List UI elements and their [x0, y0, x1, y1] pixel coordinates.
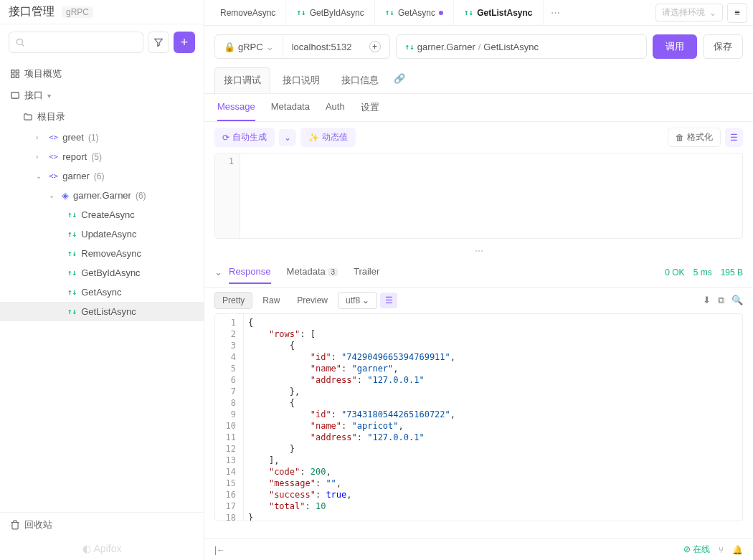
response-gutter: 123456789101112131415161718	[215, 314, 244, 521]
chevron-right-icon: ›	[36, 133, 44, 141]
search-input[interactable]	[9, 32, 143, 53]
autogen-button[interactable]: ⟳自动生成	[214, 128, 275, 147]
resp-tab-response[interactable]: Response	[229, 260, 271, 284]
unary-icon: ↑↓	[67, 268, 77, 277]
tab-label: RemoveAsync	[220, 8, 275, 18]
invoke-button[interactable]: 调用	[653, 34, 697, 59]
host-input[interactable]: localhost:5132	[292, 42, 352, 52]
subtab-label: 接口调试	[224, 75, 261, 85]
service-garner-garner[interactable]: ⌄ ◈ garner.Garner (6)	[0, 186, 204, 205]
save-label: 保存	[714, 40, 732, 53]
add-server-icon[interactable]: +	[369, 41, 381, 52]
unary-icon: ↑↓	[405, 42, 415, 52]
service-label: garner.Garner	[73, 190, 131, 201]
git-icon[interactable]: ⑂	[719, 545, 724, 555]
sidebar-header: 接口管理 gRPC	[0, 0, 204, 24]
chevron-down-icon: ⌄	[266, 42, 274, 52]
subtab-doc[interactable]: 接口说明	[273, 67, 329, 93]
method-label: GetAsync	[81, 287, 121, 298]
view-raw[interactable]: Raw	[255, 293, 287, 308]
dynamic-button[interactable]: ✨动态值	[300, 128, 356, 147]
unary-icon: ↑↓	[67, 229, 77, 239]
copy-icon[interactable]: ⧉	[718, 295, 724, 306]
interface-root[interactable]: 接口 ▾	[0, 85, 204, 106]
request-editor[interactable]: 1	[214, 153, 743, 239]
tab-removeasync[interactable]: RemoveAsync	[210, 0, 286, 25]
save-button[interactable]: 保存	[703, 34, 743, 59]
interface-label: 接口	[24, 89, 43, 102]
svg-rect-4	[16, 75, 19, 77]
splitter[interactable]: ⋯	[204, 245, 753, 257]
code-icon: <>	[49, 133, 58, 142]
encoding-select[interactable]: utf8 ⌄	[338, 292, 377, 309]
body-tab-auth[interactable]: Auth	[326, 101, 345, 121]
format-icon: 🗑	[676, 133, 684, 143]
method-label: RemoveAsync	[81, 248, 141, 259]
method-removeasync[interactable]: ↑↓RemoveAsync	[0, 244, 204, 263]
tab-label: GetListAsync	[477, 8, 532, 18]
collapse-icon[interactable]: ⌄	[214, 267, 229, 277]
search-icon[interactable]: 🔍	[731, 295, 743, 306]
method-getasync[interactable]: ↑↓GetAsync	[0, 283, 204, 302]
overview-item[interactable]: 项目概览	[0, 63, 204, 85]
tab-getbyidasync[interactable]: ↑↓GetByIdAsync	[286, 0, 374, 25]
download-icon[interactable]: ⬇	[703, 295, 711, 306]
unary-icon: ↑↓	[296, 8, 306, 17]
format-button[interactable]: 🗑格式化	[668, 128, 721, 147]
service-label: garner.Garner	[417, 42, 475, 52]
protocol-selector[interactable]: 🔒gRPC⌄ localhost:5132 +	[214, 34, 390, 59]
svg-rect-3	[11, 75, 14, 77]
wrap-button[interactable]: ☰	[380, 293, 397, 308]
recycle-bin[interactable]: 回收站	[0, 512, 204, 537]
tab-getasync[interactable]: ↑↓GetAsync	[375, 0, 454, 25]
body-tab-settings[interactable]: 设置	[361, 101, 379, 121]
unary-icon: ↑↓	[67, 249, 77, 258]
response-code[interactable]: { "rows": [ { "id": "7429049665394769911…	[244, 314, 742, 521]
autogen-dropdown[interactable]: ⌄	[279, 129, 296, 146]
body-tab-message[interactable]: Message	[217, 101, 255, 121]
env-select[interactable]: 请选择环境⌄	[655, 4, 723, 22]
body-tab-metadata[interactable]: Metadata	[271, 101, 310, 121]
more-tabs-icon[interactable]: ⋯	[544, 7, 567, 18]
resp-tab-trailer[interactable]: Trailer	[354, 260, 379, 284]
tab-getlistasync[interactable]: ↑↓GetListAsync	[454, 0, 544, 25]
folder-count: (6)	[94, 171, 105, 181]
magic-icon: ✨	[308, 133, 319, 143]
collapse-sidebar-icon[interactable]: |←	[214, 545, 225, 555]
method-updateasync[interactable]: ↑↓UpdateAsync	[0, 224, 204, 244]
service-icon: ◈	[62, 190, 69, 201]
tool-label: Pretty	[222, 295, 245, 305]
editor-content[interactable]	[240, 153, 742, 238]
chevron-down-icon: ⌄	[36, 172, 44, 180]
subtab-label: 接口说明	[283, 75, 320, 85]
folder-garner[interactable]: ⌄ <> garner (6)	[0, 166, 204, 186]
menu-button[interactable]: ≡	[727, 3, 747, 23]
nav-tree: 项目概览 接口 ▾ 根目录 › <> greet (1) › <> report…	[0, 60, 204, 512]
subtab-debug[interactable]: 接口调试	[214, 67, 270, 93]
enc-label: utf8	[346, 295, 360, 305]
dirty-indicator	[439, 11, 443, 15]
notification-icon[interactable]: 🔔	[732, 545, 743, 555]
view-preview[interactable]: Preview	[290, 293, 335, 308]
subtab-info[interactable]: 接口信息	[332, 67, 388, 93]
method-getbyidasync[interactable]: ↑↓GetByIdAsync	[0, 263, 204, 283]
resp-tab-metadata[interactable]: Metadata 3	[287, 260, 338, 284]
add-button[interactable]: +	[174, 32, 195, 53]
recycle-label: 回收站	[24, 518, 52, 531]
view-pretty[interactable]: Pretty	[214, 292, 252, 309]
root-folder[interactable]: 根目录	[0, 106, 204, 128]
tool-label: 自动生成	[232, 131, 267, 143]
refresh-icon: ⟳	[222, 133, 229, 143]
tabs-bar: RemoveAsync ↑↓GetByIdAsync ↑↓GetAsync ↑↓…	[204, 0, 753, 26]
folder-greet[interactable]: › <> greet (1)	[0, 128, 204, 147]
link-icon[interactable]: 🔗	[391, 67, 408, 93]
folder-report[interactable]: › <> report (5)	[0, 147, 204, 166]
svg-rect-2	[16, 70, 19, 73]
method-path[interactable]: ↑↓garner.Garner/GetListAsync	[396, 34, 647, 59]
method-getlistasync[interactable]: ↑↓GetListAsync	[0, 302, 204, 321]
filter-button[interactable]	[148, 32, 169, 53]
tab-label: 设置	[361, 102, 379, 113]
settings-button[interactable]: ☰	[725, 128, 743, 147]
svg-rect-5	[11, 92, 19, 98]
method-createasync[interactable]: ↑↓CreateAsync	[0, 205, 204, 224]
